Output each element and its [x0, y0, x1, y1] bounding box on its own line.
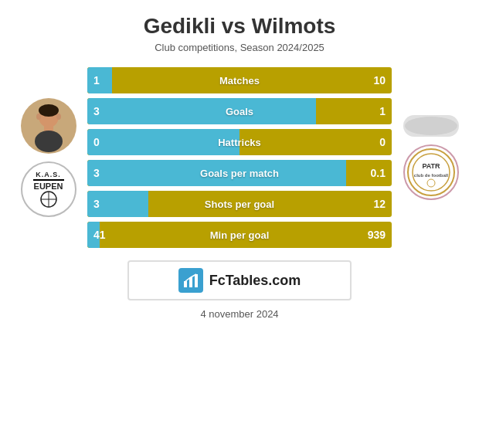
bars-area: 1Matches103Goals10Hattricks03Goals per m…: [87, 67, 392, 248]
page: Gedikli vs Wilmots Club competitions, Se…: [0, 0, 479, 448]
svg-point-11: [408, 149, 454, 195]
bar-label-5: Min per goal: [210, 229, 270, 241]
bar-left-val-0: 1: [93, 74, 100, 87]
eupen-text: EUPEN: [34, 182, 63, 191]
bar-label-1: Goals: [226, 106, 253, 117]
svg-point-10: [405, 117, 457, 135]
fctables-text: FcTables.com: [209, 273, 301, 289]
bar-left-val-5: 41: [93, 229, 106, 241]
fctables-icon: [178, 268, 203, 293]
bar-row-4: 3Shots per goal12: [87, 191, 392, 217]
bar-left-val-4: 3: [93, 198, 100, 210]
bar-label-2: Hattricks: [218, 137, 261, 148]
player-avatar: [21, 98, 76, 154]
bar-label-3: Goals per match: [200, 168, 279, 179]
bar-right-val-2: 0: [379, 136, 386, 148]
right-player-logo: [403, 115, 459, 137]
bar-left-val-1: 3: [93, 105, 100, 117]
kas-text: K.A.S.: [36, 171, 61, 178]
bar-left-val-3: 3: [93, 167, 100, 179]
bar-right-val-3: 0.1: [371, 167, 386, 179]
fctables-banner: FcTables.com: [127, 260, 352, 300]
svg-rect-16: [184, 281, 187, 287]
svg-text:PATR: PATR: [422, 162, 440, 170]
bar-row-0: 1Matches10: [87, 67, 392, 93]
svg-point-4: [35, 131, 63, 152]
svg-rect-17: [189, 277, 192, 287]
bar-right-val-4: 12: [373, 198, 386, 210]
bar-right-val-1: 1: [379, 105, 386, 117]
bar-row-1: 3Goals1: [87, 98, 392, 124]
svg-point-2: [39, 104, 59, 117]
left-club-logo: K.A.S. EUPEN: [21, 161, 76, 217]
bar-row-5: 41Min per goal939: [87, 222, 392, 248]
left-logos: K.A.S. EUPEN: [15, 98, 81, 217]
date-text: 4 november 2024: [200, 308, 278, 320]
right-logos: PATR club de football: [398, 115, 464, 200]
svg-point-5: [36, 114, 41, 120]
page-title: Gedikli vs Wilmots: [144, 14, 336, 39]
svg-point-6: [56, 114, 61, 120]
page-subtitle: Club competitions, Season 2024/2025: [155, 42, 324, 53]
bar-left-val-2: 0: [93, 136, 100, 148]
svg-rect-18: [195, 274, 198, 287]
bar-row-2: 0Hattricks0: [87, 129, 392, 155]
comparison-area: K.A.S. EUPEN 1Matches103Goals10Hattricks…: [15, 67, 464, 248]
bar-row-3: 3Goals per match0.1: [87, 160, 392, 186]
right-club-logo: PATR club de football: [403, 144, 459, 200]
bar-label-4: Shots per goal: [205, 199, 274, 210]
bar-right-val-5: 939: [368, 229, 386, 241]
bar-right-val-0: 10: [373, 74, 386, 87]
bar-label-0: Matches: [219, 75, 260, 87]
svg-rect-3: [44, 125, 53, 131]
svg-text:club de football: club de football: [413, 173, 448, 178]
